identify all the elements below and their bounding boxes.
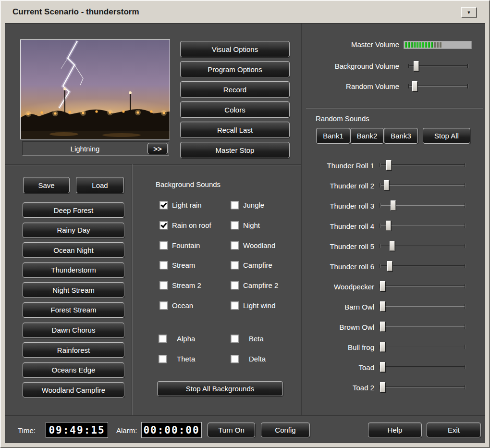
woodpecker-slider[interactable] <box>380 281 466 292</box>
checkbox[interactable] <box>231 281 239 289</box>
window-menu-button[interactable]: ▼ <box>461 7 477 17</box>
slider-thumb[interactable] <box>380 382 385 392</box>
checkbox[interactable] <box>231 201 239 209</box>
exit-button[interactable]: Exit <box>427 423 481 437</box>
option-fountain[interactable]: Fountain <box>159 235 211 255</box>
config-button[interactable]: Config <box>261 423 310 437</box>
option-stream-2[interactable]: Stream 2 <box>159 275 211 296</box>
checkbox[interactable] <box>231 221 239 229</box>
checkbox[interactable] <box>159 301 168 310</box>
checkbox[interactable] <box>159 221 168 229</box>
thunder-roll-5-slider[interactable] <box>380 241 466 251</box>
recall-last-button[interactable]: Recall Last <box>180 122 290 138</box>
background-volume-slider[interactable] <box>408 61 468 72</box>
record-button[interactable]: Record <box>180 81 290 98</box>
option-jungle[interactable]: Jungle <box>231 195 278 215</box>
random-volume-slider[interactable] <box>408 81 468 92</box>
toad-2-slider[interactable] <box>380 382 466 393</box>
option-night[interactable]: Night <box>231 215 278 236</box>
master-stop-button[interactable]: Master Stop <box>180 142 290 158</box>
bull-frog-slider[interactable] <box>380 342 466 352</box>
checkbox[interactable] <box>159 241 168 249</box>
stop-all-backgrounds-button[interactable]: Stop All Backgrounds <box>157 381 283 396</box>
slider-thumb[interactable] <box>380 281 385 291</box>
slider-thumb[interactable] <box>380 301 385 311</box>
option-beta[interactable]: Beta <box>231 329 266 349</box>
option-theta[interactable]: Theta <box>159 349 195 369</box>
preset-dawn-chorus-button[interactable]: Dawn Chorus <box>23 323 124 338</box>
load-button[interactable]: Load <box>76 177 124 193</box>
background-sounds-title: Background Sounds <box>156 180 220 188</box>
program-options-button[interactable]: Program Options <box>180 61 290 77</box>
bank1-button[interactable]: Bank1 <box>316 128 350 144</box>
checkbox[interactable] <box>231 355 239 363</box>
option-campfire-2[interactable]: Campfire 2 <box>231 275 278 296</box>
option-light-wind[interactable]: Light wind <box>231 295 278 315</box>
divider <box>132 164 133 415</box>
checkbox[interactable] <box>159 335 167 343</box>
option-label: Woodland <box>243 241 275 249</box>
preset-forest-stream-button[interactable]: Forest Stream <box>23 302 124 318</box>
checkbox[interactable] <box>231 261 239 269</box>
checkbox[interactable] <box>159 281 168 289</box>
option-stream[interactable]: Stream <box>159 255 211 275</box>
bank3-button[interactable]: Bank3 <box>384 128 418 144</box>
meter-segment <box>414 42 416 48</box>
thunder-roll-6-slider[interactable] <box>380 261 466 272</box>
option-ocean[interactable]: Ocean <box>159 295 211 315</box>
turn-on-button[interactable]: Turn On <box>208 423 255 437</box>
slider-thumb[interactable] <box>386 221 391 231</box>
thunder-roll-4-slider[interactable] <box>380 221 466 231</box>
window-title: Current Scenario - thunderstorm <box>1 7 139 17</box>
thunder-roll-3-slider[interactable] <box>380 200 466 211</box>
slider-thumb[interactable] <box>384 180 389 190</box>
barn-owl-slider[interactable] <box>380 301 466 312</box>
slider-thumb[interactable] <box>380 322 385 332</box>
preset-night-stream-button[interactable]: Night Stream <box>23 282 124 298</box>
visual-options-button[interactable]: Visual Options <box>180 41 290 57</box>
option-light-rain[interactable]: Light rain <box>159 195 211 215</box>
slider-track <box>380 306 466 307</box>
preset-rainy-day-button[interactable]: Rainy Day <box>23 223 124 238</box>
checkbox[interactable] <box>231 241 239 249</box>
option-rain-on-roof[interactable]: Rain on roof <box>159 215 211 236</box>
preset-oceans-edge-button[interactable]: Oceans Edge <box>23 362 124 378</box>
slider-thumb[interactable] <box>412 81 417 91</box>
preset-rainforest-button[interactable]: Rainforest <box>23 342 124 358</box>
meter-segment <box>428 42 430 48</box>
slider-thumb[interactable] <box>386 160 392 170</box>
colors-button[interactable]: Colors <box>180 101 290 118</box>
option-woodland[interactable]: Woodland <box>231 235 278 255</box>
toad-slider[interactable] <box>380 362 466 373</box>
background-sounds-col1: Light rain Rain on roof Fountain Stream … <box>159 195 211 315</box>
brown-owl-slider[interactable] <box>380 322 466 332</box>
checkbox[interactable] <box>159 261 168 269</box>
help-button[interactable]: Help <box>368 423 422 437</box>
slider-label: Woodpecker <box>302 283 374 291</box>
preset-thunderstorm-button[interactable]: Thunderstorm <box>23 262 124 278</box>
bank2-button[interactable]: Bank2 <box>350 128 384 144</box>
slider-thumb[interactable] <box>390 241 395 251</box>
slider-thumb[interactable] <box>387 261 392 271</box>
time-display: 09:49:15 <box>46 422 108 438</box>
preset-deep-forest-button[interactable]: Deep Forest <box>23 202 124 218</box>
stop-all-random-button[interactable]: Stop All <box>423 128 470 144</box>
checkbox[interactable] <box>231 335 239 343</box>
thunder-roll-2-slider[interactable] <box>380 180 466 191</box>
save-button[interactable]: Save <box>23 177 70 193</box>
slider-thumb[interactable] <box>380 362 385 372</box>
preset-woodland-campfire-button[interactable]: Woodland Campfire <box>23 382 124 398</box>
option-alpha[interactable]: Alpha <box>159 329 195 349</box>
option-delta[interactable]: Delta <box>231 349 266 369</box>
preset-ocean-night-button[interactable]: Ocean Night <box>23 242 124 258</box>
slider-thumb[interactable] <box>414 61 419 71</box>
checkbox[interactable] <box>231 301 239 310</box>
next-scenario-button[interactable]: >> <box>147 143 168 154</box>
slider-thumb[interactable] <box>380 342 385 352</box>
slider-thumb[interactable] <box>391 200 396 211</box>
checkbox[interactable] <box>159 355 167 363</box>
preset-list: Deep Forest Rainy Day Ocean Night Thunde… <box>23 202 124 398</box>
checkbox[interactable] <box>159 201 168 209</box>
option-campfire[interactable]: Campfire <box>231 255 278 275</box>
thunder-roll-1-slider[interactable] <box>380 160 466 171</box>
